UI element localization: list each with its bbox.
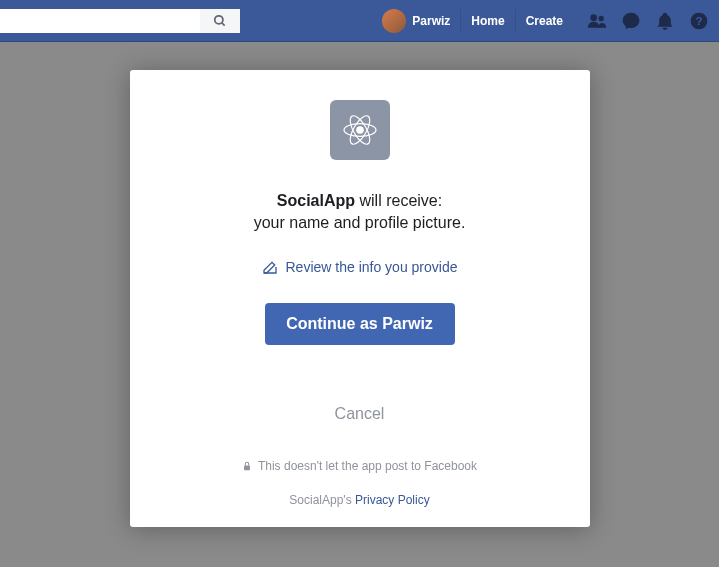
- svg-point-9: [356, 127, 362, 133]
- avatar[interactable]: [382, 9, 406, 33]
- create-link[interactable]: Create: [515, 9, 573, 33]
- app-icon: [330, 100, 390, 160]
- disclaimer-text: This doesn't let the app post to Faceboo…: [150, 459, 570, 473]
- svg-line-1: [222, 22, 225, 25]
- svg-point-2: [590, 14, 597, 21]
- search-input[interactable]: [0, 9, 200, 33]
- continue-button[interactable]: Continue as Parwiz: [265, 303, 455, 345]
- auth-dialog: SocialApp will receive: your name and pr…: [130, 70, 590, 527]
- lock-icon: [242, 460, 252, 472]
- atom-icon: [340, 110, 380, 150]
- svg-text:?: ?: [695, 14, 702, 27]
- privacy-line: SocialApp's Privacy Policy: [150, 493, 570, 507]
- profile-link[interactable]: Parwiz: [412, 9, 460, 33]
- search-container: [0, 9, 240, 33]
- nav-right: Parwiz Home Create: [382, 9, 709, 33]
- app-name-label: SocialApp: [277, 192, 355, 209]
- top-nav-bar: Parwiz Home Create: [0, 0, 719, 42]
- search-icon: [213, 14, 227, 28]
- help-icon[interactable]: ?: [689, 11, 709, 31]
- svg-point-3: [599, 15, 604, 20]
- messenger-icon[interactable]: [621, 11, 641, 31]
- svg-rect-10: [244, 465, 250, 470]
- friends-icon[interactable]: [587, 11, 607, 31]
- search-button[interactable]: [200, 9, 240, 33]
- privacy-policy-link[interactable]: Privacy Policy: [355, 493, 430, 507]
- home-link[interactable]: Home: [460, 9, 514, 33]
- notifications-icon[interactable]: [655, 11, 675, 31]
- review-info-link[interactable]: Review the info you provide: [262, 259, 458, 275]
- edit-icon: [262, 259, 278, 275]
- permission-text: SocialApp will receive: your name and pr…: [150, 190, 570, 235]
- cancel-button[interactable]: Cancel: [335, 405, 385, 423]
- svg-point-0: [215, 15, 223, 23]
- modal-overlay: SocialApp will receive: your name and pr…: [0, 42, 719, 567]
